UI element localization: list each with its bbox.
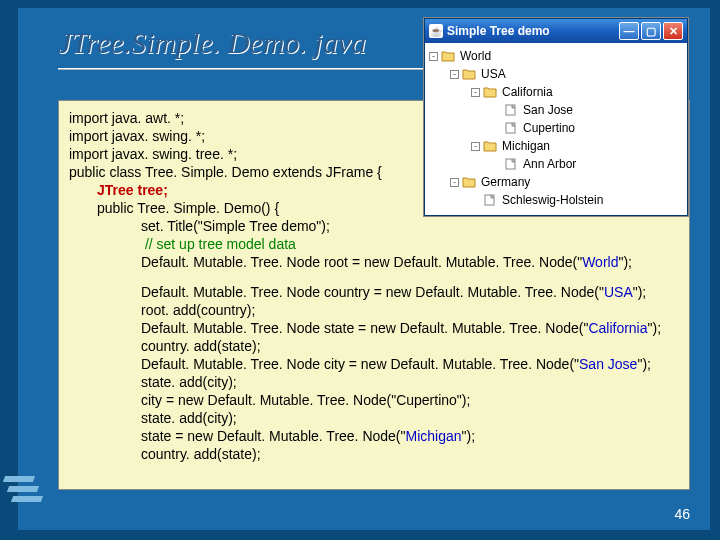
folder-icon [462, 176, 476, 188]
tree-node[interactable]: San Jose [429, 101, 685, 119]
decoration [4, 476, 40, 512]
window-title: Simple Tree demo [447, 24, 550, 38]
file-icon [504, 122, 518, 134]
tree-toggle [471, 196, 480, 205]
code-line: city = new Default. Mutable. Tree. Node(… [69, 391, 679, 409]
code-line: Default. Mutable. Tree. Node state = new… [69, 319, 679, 337]
tree-toggle [492, 124, 501, 133]
tree-node[interactable]: -Michigan [429, 137, 685, 155]
maximize-button[interactable]: ▢ [641, 22, 661, 40]
code-line: country. add(state); [69, 445, 679, 463]
tree-node[interactable]: Schleswig-Holstein [429, 191, 685, 209]
folder-icon [483, 140, 497, 152]
tree-node[interactable]: Cupertino [429, 119, 685, 137]
code-line: state. add(city); [69, 409, 679, 427]
tree-label: Schleswig-Holstein [500, 193, 603, 207]
folder-icon [441, 50, 455, 62]
file-icon [483, 194, 497, 206]
tree-label: California [500, 85, 553, 99]
tree-node[interactable]: -Germany [429, 173, 685, 191]
minimize-button[interactable]: — [619, 22, 639, 40]
tree-label: USA [479, 67, 506, 81]
file-icon [504, 158, 518, 170]
code-line: Default. Mutable. Tree. Node root = new … [69, 253, 679, 271]
tree-label: World [458, 49, 491, 63]
code-line: country. add(state); [69, 337, 679, 355]
tree-node[interactable]: -USA [429, 65, 685, 83]
slide-inner: JTree.Simple. Demo. java import java. aw… [18, 8, 710, 530]
tree-toggle [492, 106, 501, 115]
code-line: state = new Default. Mutable. Tree. Node… [69, 427, 679, 445]
code-line: // set up tree model data [69, 235, 679, 253]
java-icon: ☕ [429, 24, 443, 38]
tree-label: San Jose [521, 103, 573, 117]
folder-icon [462, 68, 476, 80]
tree-node[interactable]: -California [429, 83, 685, 101]
tree-label: Cupertino [521, 121, 575, 135]
file-icon [504, 104, 518, 116]
tree-node[interactable]: -World [429, 47, 685, 65]
titlebar[interactable]: ☕ Simple Tree demo — ▢ ✕ [425, 19, 687, 43]
page-number: 46 [674, 506, 690, 522]
code-line: set. Title("Simple Tree demo"); [69, 217, 679, 235]
tree-toggle[interactable]: - [471, 142, 480, 151]
close-button[interactable]: ✕ [663, 22, 683, 40]
tree-label: Ann Arbor [521, 157, 576, 171]
tree-toggle [492, 160, 501, 169]
slide: JTree.Simple. Demo. java import java. aw… [0, 0, 720, 540]
code-line: state. add(city); [69, 373, 679, 391]
tree-area[interactable]: -World-USA-CaliforniaSan JoseCupertino-M… [425, 43, 687, 215]
tree-label: Michigan [500, 139, 550, 153]
tree-node[interactable]: Ann Arbor [429, 155, 685, 173]
code-line: root. add(country); [69, 301, 679, 319]
slide-title: JTree.Simple. Demo. java [58, 26, 366, 60]
tree-toggle[interactable]: - [471, 88, 480, 97]
code-line: Default. Mutable. Tree. Node city = new … [69, 355, 679, 373]
tree-label: Germany [479, 175, 530, 189]
tree-toggle[interactable]: - [429, 52, 438, 61]
tree-window: ☕ Simple Tree demo — ▢ ✕ -World-USA-Cali… [424, 18, 688, 216]
tree-toggle[interactable]: - [450, 178, 459, 187]
code-line: Default. Mutable. Tree. Node country = n… [69, 283, 679, 301]
folder-icon [483, 86, 497, 98]
tree-toggle[interactable]: - [450, 70, 459, 79]
